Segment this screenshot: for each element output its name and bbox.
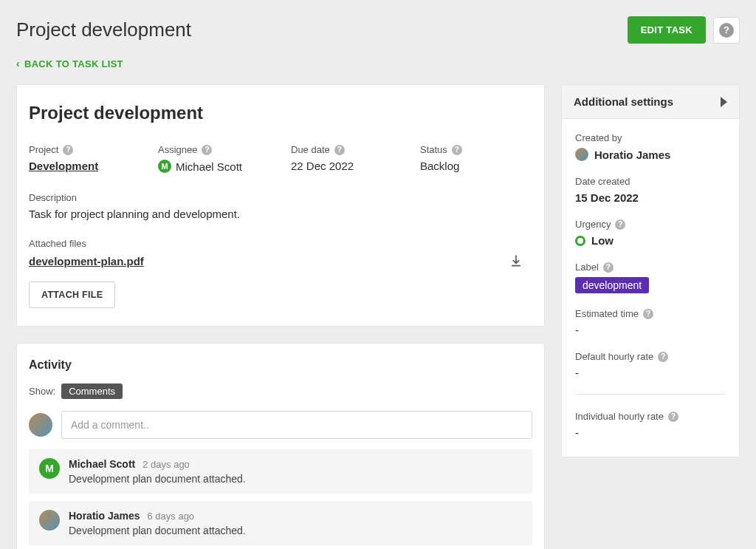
attach-file-button[interactable]: ATTACH FILE bbox=[29, 282, 115, 308]
comment-item: M Michael Scott 2 days ago Development p… bbox=[29, 449, 532, 494]
comment-avatar bbox=[39, 510, 60, 531]
due-date-label: Due date bbox=[291, 144, 330, 155]
due-date-value: 22 Dec 2022 bbox=[291, 160, 413, 172]
current-user-avatar bbox=[29, 413, 52, 437]
status-label: Status bbox=[420, 144, 447, 155]
divider bbox=[575, 394, 726, 395]
date-created-value: 15 Dec 2022 bbox=[575, 191, 726, 204]
help-icon[interactable]: ? bbox=[668, 412, 678, 422]
help-icon[interactable]: ? bbox=[643, 309, 653, 319]
urgency-label: Urgency bbox=[575, 219, 611, 230]
field-project: Project ? Development bbox=[29, 144, 151, 173]
project-link[interactable]: Development bbox=[29, 160, 98, 172]
creator-avatar bbox=[575, 148, 588, 161]
help-icon: ? bbox=[719, 23, 734, 38]
back-link-label: BACK TO TASK LIST bbox=[24, 58, 123, 69]
comment-author: Michael Scott bbox=[69, 458, 135, 470]
back-to-task-list-link[interactable]: ‹ BACK TO TASK LIST bbox=[16, 58, 123, 69]
comment-text: Development plan document attached. bbox=[69, 473, 522, 485]
attachments-label: Attached files bbox=[29, 238, 523, 249]
additional-settings-header[interactable]: Additional settings bbox=[562, 85, 739, 119]
show-label: Show: bbox=[29, 386, 55, 397]
urgency-value: Low bbox=[591, 234, 614, 247]
default-rate-value: - bbox=[575, 366, 726, 379]
assignee-label: Assignee bbox=[158, 144, 197, 155]
additional-settings-title: Additional settings bbox=[574, 95, 673, 108]
help-icon[interactable]: ? bbox=[202, 145, 212, 155]
individual-rate-value: - bbox=[575, 426, 726, 439]
status-value: Backlog bbox=[420, 160, 523, 172]
created-by-label: Created by bbox=[575, 132, 726, 143]
help-icon[interactable]: ? bbox=[452, 145, 462, 155]
field-individual-hourly-rate: Individual hourly rate ? - bbox=[575, 411, 726, 439]
field-created-by: Created by Horatio James bbox=[575, 132, 726, 161]
estimated-time-label: Estimated time bbox=[575, 308, 639, 319]
date-created-label: Date created bbox=[575, 176, 726, 187]
default-rate-label: Default hourly rate bbox=[575, 351, 653, 362]
comment-time: 6 days ago bbox=[147, 511, 194, 522]
field-assignee: Assignee ? M Michael Scott bbox=[158, 144, 284, 173]
label-label: Label bbox=[575, 262, 599, 273]
activity-filter-comments[interactable]: Comments bbox=[61, 383, 123, 399]
help-icon[interactable]: ? bbox=[63, 145, 73, 155]
assignee-name: Michael Scott bbox=[176, 160, 242, 173]
comment-avatar: M bbox=[39, 458, 60, 479]
attachment-file-link[interactable]: development-plan.pdf bbox=[29, 255, 144, 267]
help-icon[interactable]: ? bbox=[334, 145, 345, 155]
description-label: Description bbox=[29, 192, 523, 203]
individual-rate-label: Individual hourly rate bbox=[575, 411, 664, 422]
help-icon[interactable]: ? bbox=[603, 262, 614, 273]
activity-title: Activity bbox=[29, 358, 532, 372]
task-title: Project development bbox=[29, 103, 523, 123]
field-label: Label ? development bbox=[575, 262, 726, 293]
comment-text: Development plan document attached. bbox=[69, 525, 522, 536]
comment-time: 2 days ago bbox=[142, 459, 190, 470]
task-card: Project development Project ? Developmen… bbox=[16, 84, 545, 327]
description-text: Task for project planning and developmen… bbox=[29, 208, 523, 220]
project-label: Project bbox=[29, 144, 58, 155]
additional-settings-card: Additional settings Created by Horatio J… bbox=[561, 84, 740, 457]
field-status: Status ? Backlog bbox=[420, 144, 523, 173]
header-help-button[interactable]: ? bbox=[713, 17, 740, 44]
page-title: Project development bbox=[16, 18, 191, 41]
download-icon[interactable] bbox=[509, 253, 523, 268]
activity-card: Activity Show: Comments M Michael Scott … bbox=[16, 343, 545, 549]
help-icon[interactable]: ? bbox=[658, 352, 668, 362]
field-estimated-time: Estimated time ? - bbox=[575, 308, 726, 336]
chevron-right-icon bbox=[721, 97, 727, 107]
field-date-created: Date created 15 Dec 2022 bbox=[575, 176, 726, 204]
chevron-left-icon: ‹ bbox=[16, 58, 20, 69]
edit-task-button[interactable]: EDIT TASK bbox=[628, 16, 706, 44]
comment-author: Horatio James bbox=[69, 510, 140, 522]
comment-item: Horatio James 6 days ago Development pla… bbox=[29, 501, 532, 545]
comment-input[interactable] bbox=[61, 411, 532, 439]
field-due-date: Due date ? 22 Dec 2022 bbox=[291, 144, 413, 173]
field-default-hourly-rate: Default hourly rate ? - bbox=[575, 351, 726, 379]
estimated-time-value: - bbox=[575, 324, 726, 336]
urgency-low-icon bbox=[575, 236, 585, 246]
help-icon[interactable]: ? bbox=[615, 219, 625, 230]
assignee-avatar: M bbox=[158, 160, 171, 173]
label-chip[interactable]: development bbox=[575, 277, 649, 293]
created-by-name: Horatio James bbox=[594, 149, 670, 161]
field-urgency: Urgency ? Low bbox=[575, 219, 726, 247]
